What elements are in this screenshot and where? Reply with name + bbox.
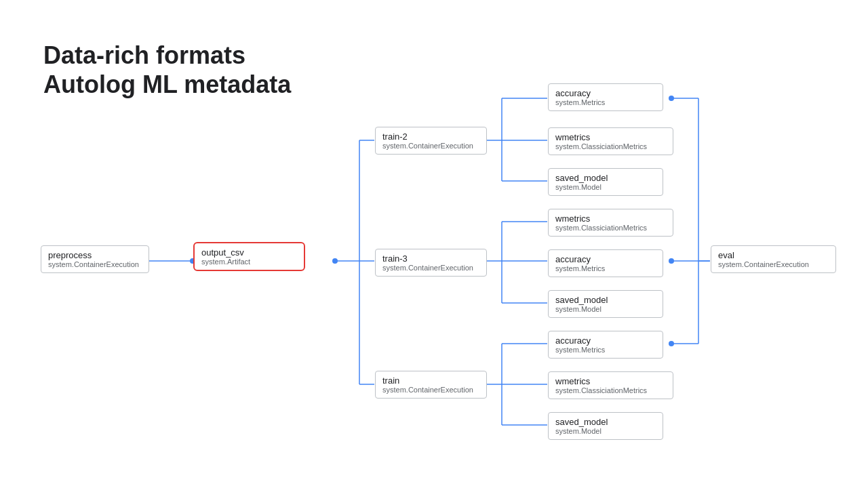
node-wmetrics-mid: wmetrics system.ClassiciationMetrics bbox=[548, 209, 673, 237]
svg-point-39 bbox=[669, 341, 674, 346]
node-wmetrics-top: wmetrics system.ClassiciationMetrics bbox=[548, 127, 673, 155]
node-train3: train-3 system.ContainerExecution bbox=[375, 249, 487, 277]
node-train2: train-2 system.ContainerExecution bbox=[375, 127, 487, 155]
node-accuracy-top: accuracy system.Metrics bbox=[548, 83, 663, 111]
svg-point-36 bbox=[669, 258, 674, 264]
svg-point-6 bbox=[332, 258, 338, 264]
node-accuracy-bot: accuracy system.Metrics bbox=[548, 331, 663, 359]
title-area: Data-rich formats Autolog ML metadata bbox=[43, 41, 291, 99]
node-preprocess: preprocess system.ContainerExecution bbox=[41, 245, 149, 273]
node-accuracy-mid: accuracy system.Metrics bbox=[548, 249, 663, 277]
title-line1: Data-rich formats bbox=[43, 41, 291, 70]
node-wmetrics-bot: wmetrics system.ClassiciationMetrics bbox=[548, 371, 673, 399]
node-train: train system.ContainerExecution bbox=[375, 371, 487, 399]
svg-point-34 bbox=[669, 96, 674, 101]
node-saved-model-mid: saved_model system.Model bbox=[548, 290, 663, 318]
node-saved-model-bot: saved_model system.Model bbox=[548, 412, 663, 440]
node-eval: eval system.ContainerExecution bbox=[711, 245, 836, 273]
title-line2: Autolog ML metadata bbox=[43, 70, 291, 99]
node-saved-model-top: saved_model system.Model bbox=[548, 168, 663, 196]
node-output-csv[interactable]: output_csv system.Artifact bbox=[193, 242, 305, 271]
